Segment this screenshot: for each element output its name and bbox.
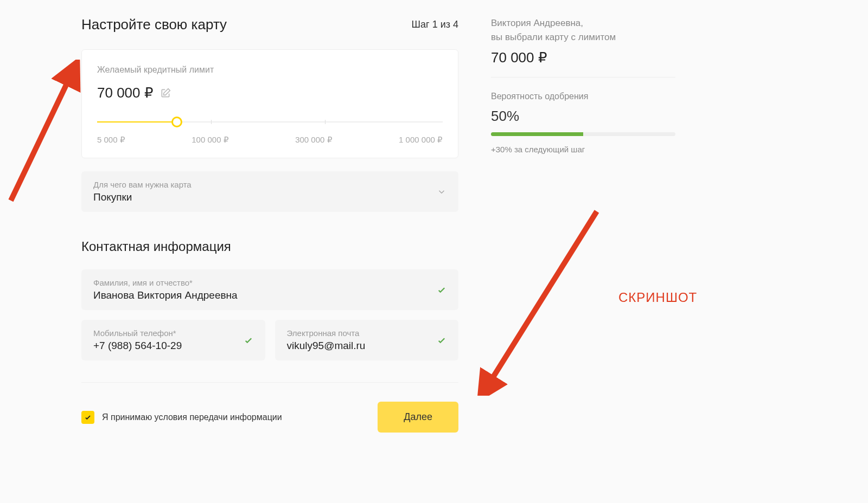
check-icon [437,336,446,345]
divider [491,77,675,78]
next-button[interactable]: Далее [378,402,458,433]
limit-label: Желаемый кредитный лимит [97,65,443,75]
page-title: Настройте свою карту [81,16,227,33]
purpose-value: Покупки [93,191,192,203]
email-label: Электронная почта [287,328,432,338]
credit-limit-card: Желаемый кредитный лимит 70 000 ₽ 5 000 … [81,49,458,158]
fullname-label: Фамилия, имя и отчество* [93,278,431,287]
summary-sidebar: Виктория Андреевна, вы выбрали карту с л… [491,16,675,433]
contact-section-title: Контактная информация [81,239,458,254]
agree-checkbox[interactable] [81,411,94,424]
phone-input[interactable] [93,340,238,352]
approval-progress [491,132,675,136]
fullname-input[interactable] [93,289,431,301]
approval-label: Вероятность одобрения [491,92,675,101]
step-indicator: Шаг 1 из 4 [412,19,458,30]
slider-scale: 5 000 ₽ 100 000 ₽ 300 000 ₽ 1 000 000 ₽ [97,135,443,145]
email-input[interactable] [287,340,432,352]
limit-slider[interactable] [97,117,443,127]
chevron-down-icon [437,187,446,197]
slider-mark-1: 100 000 ₽ [192,135,228,145]
purpose-select[interactable]: Для чего вам нужна карта Покупки [81,171,458,212]
slider-mark-min: 5 000 ₽ [97,135,125,145]
check-icon [244,336,253,345]
limit-amount: 70 000 ₽ [97,85,154,101]
approval-note: +30% за следующий шаг [491,145,675,154]
summary-amount: 70 000 ₽ [491,49,675,66]
slider-mark-2: 300 000 ₽ [295,135,332,145]
summary-text: вы выбрали карту с лимитом [491,30,675,44]
summary-name: Виктория Андреевна, [491,16,675,30]
fullname-field[interactable]: Фамилия, имя и отчество* [81,269,458,310]
annotation-label: СКРИНШОТ [618,290,697,305]
agree-label[interactable]: Я принимаю условия передачи информации [102,412,282,422]
approval-value: 50% [491,108,675,125]
email-field[interactable]: Электронная почта [275,320,459,360]
phone-field[interactable]: Мобильный телефон* [81,320,265,360]
check-icon [437,285,446,295]
slider-thumb[interactable] [171,117,182,127]
purpose-label: Для чего вам нужна карта [93,180,192,189]
slider-mark-max: 1 000 000 ₽ [399,135,443,145]
divider [81,382,458,383]
edit-icon[interactable] [160,88,171,99]
phone-label: Мобильный телефон* [93,328,238,338]
